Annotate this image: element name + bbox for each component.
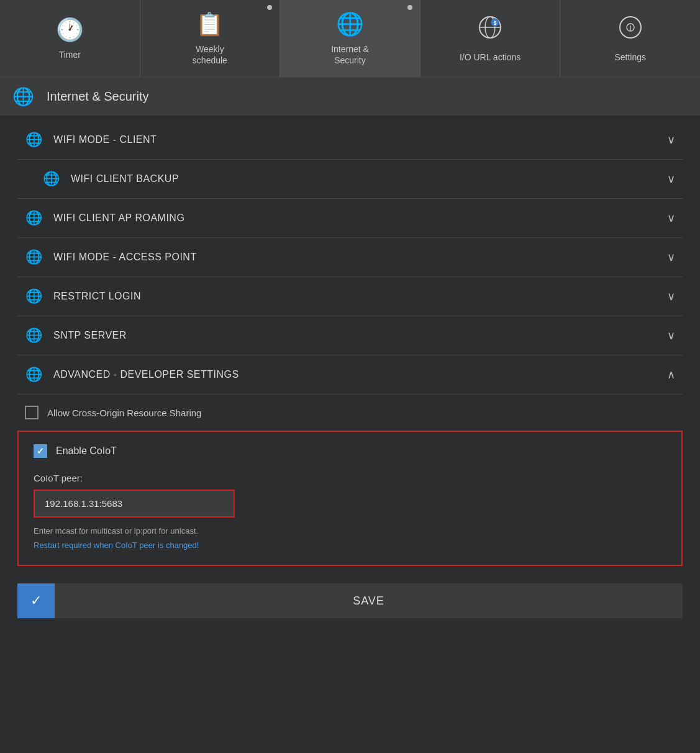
settings-icon: i [618, 15, 643, 45]
wifi-mode-client-label: WIFI MODE - CLIENT [53, 134, 667, 145]
tab-timer[interactable]: 🕐 Timer [0, 0, 140, 77]
weekly-schedule-icon: 📋 [196, 11, 224, 37]
advanced-developer-label: ADVANCED - DEVELOPER SETTINGS [53, 369, 667, 380]
checkmark-icon: ✓ [37, 446, 44, 456]
wifi-client-backup-icon: 🌐 [42, 171, 60, 187]
svg-text:$: $ [494, 20, 497, 26]
coiot-section: ✓ Enable CoIoT CoIoT peer: Enter mcast f… [17, 431, 683, 566]
accordion-wifi-client-ap-roaming[interactable]: 🌐 WIFI CLIENT AP ROAMING ∨ [17, 199, 683, 238]
cors-label: Allow Cross-Origin Resource Sharing [47, 408, 201, 418]
dot-indicator-2 [407, 5, 412, 10]
tab-io-url-label: I/O URL actions [460, 52, 520, 63]
section-header: 🌐 Internet & Security [0, 78, 700, 116]
advanced-developer-icon: 🌐 [25, 367, 42, 383]
section-title: Internet & Security [47, 89, 149, 104]
coiot-peer-input-wrapper [34, 490, 235, 518]
coiot-restart-note: Restart required when CoIoT peer is chan… [34, 541, 666, 550]
wifi-mode-access-point-label: WIFI MODE - ACCESS POINT [53, 252, 667, 263]
coiot-enable-row: ✓ Enable CoIoT [34, 444, 666, 458]
accordion-restrict-login[interactable]: 🌐 RESTRICT LOGIN ∨ [17, 277, 683, 316]
coiot-peer-label: CoIoT peer: [34, 473, 666, 483]
top-nav: 🕐 Timer 📋 Weeklyschedule 🌐 Internet &Sec… [0, 0, 700, 78]
tab-weekly-schedule[interactable]: 📋 Weeklyschedule [140, 0, 281, 77]
tab-timer-label: Timer [59, 49, 81, 60]
wifi-client-ap-roaming-icon: 🌐 [25, 210, 42, 226]
sntp-server-chevron: ∨ [667, 329, 675, 342]
tab-internet-security[interactable]: 🌐 Internet &Security [280, 0, 420, 77]
dot-indicator [267, 5, 272, 10]
coiot-peer-input[interactable] [35, 491, 234, 516]
restrict-login-chevron: ∨ [667, 290, 675, 303]
internet-security-icon: 🌐 [336, 11, 364, 37]
coiot-enable-label: Enable CoIoT [56, 445, 117, 457]
tab-settings-label: Settings [614, 52, 646, 63]
wifi-client-backup-label: WIFI CLIENT BACKUP [71, 173, 667, 185]
restrict-login-icon: 🌐 [25, 288, 42, 304]
wifi-mode-access-point-icon: 🌐 [25, 249, 42, 265]
tab-internet-security-label: Internet &Security [331, 43, 369, 66]
save-bar[interactable]: ✓ SAVE [17, 583, 683, 618]
tab-weekly-schedule-label: Weeklyschedule [193, 43, 227, 66]
coiot-enable-checkbox[interactable]: ✓ [34, 444, 47, 458]
accordion-wifi-client-backup[interactable]: 🌐 WIFI CLIENT BACKUP ∨ [17, 160, 683, 199]
cors-row: Allow Cross-Origin Resource Sharing [0, 395, 700, 431]
wifi-client-backup-chevron: ∨ [667, 172, 675, 186]
wifi-mode-client-chevron: ∨ [667, 133, 675, 147]
svg-text:i: i [629, 22, 631, 32]
section-globe-icon: 🌐 [12, 86, 34, 107]
restrict-login-label: RESTRICT LOGIN [53, 291, 667, 302]
wifi-mode-client-icon: 🌐 [25, 132, 42, 148]
wifi-client-ap-roaming-label: WIFI CLIENT AP ROAMING [53, 212, 667, 224]
accordion-advanced-developer[interactable]: 🌐 ADVANCED - DEVELOPER SETTINGS ∧ [17, 355, 683, 395]
save-label: SAVE [55, 595, 683, 608]
advanced-developer-chevron: ∧ [667, 368, 675, 381]
sntp-server-icon: 🌐 [25, 327, 42, 344]
accordion-wifi-mode-access-point[interactable]: 🌐 WIFI MODE - ACCESS POINT ∨ [17, 238, 683, 277]
wifi-mode-access-point-chevron: ∨ [667, 250, 675, 264]
wifi-client-ap-roaming-chevron: ∨ [667, 211, 675, 225]
accordion-sntp-server[interactable]: 🌐 SNTP SERVER ∨ [17, 316, 683, 355]
tab-io-url-actions[interactable]: $ I/O URL actions [420, 0, 561, 77]
cors-checkbox[interactable] [25, 406, 39, 419]
tab-settings[interactable]: i Settings [560, 0, 700, 77]
accordion-wifi-mode-client[interactable]: 🌐 WIFI MODE - CLIENT ∨ [17, 121, 683, 160]
coiot-hint: Enter mcast for multicast or ip:port for… [34, 526, 666, 536]
save-check-icon: ✓ [17, 583, 55, 618]
sntp-server-label: SNTP SERVER [53, 330, 667, 341]
timer-icon: 🕐 [56, 17, 84, 43]
io-url-icon: $ [478, 15, 502, 45]
accordion-list: 🌐 WIFI MODE - CLIENT ∨ 🌐 WIFI CLIENT BAC… [17, 121, 683, 395]
